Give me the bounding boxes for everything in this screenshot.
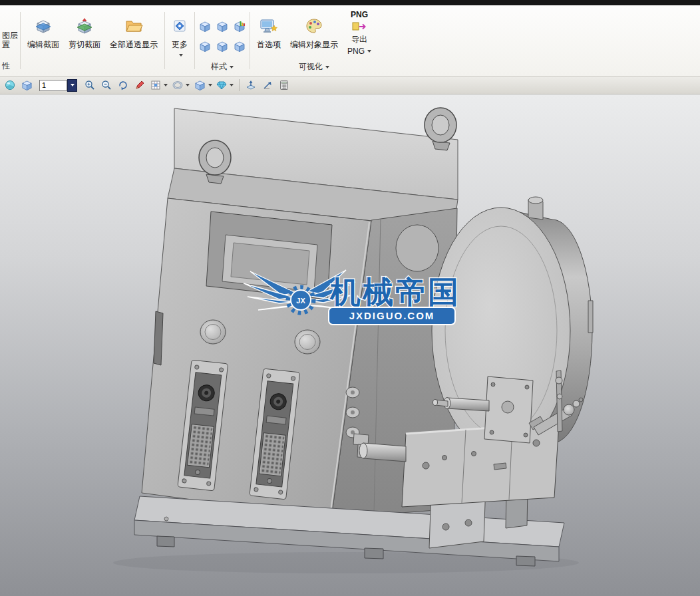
scale-input[interactable]	[39, 80, 67, 91]
drum-bracket	[484, 376, 533, 443]
rotate-view-icon[interactable]	[116, 78, 130, 92]
separator	[239, 79, 240, 91]
style-shaded-icon[interactable]	[198, 19, 212, 34]
style-face-edge-icon[interactable]	[232, 39, 247, 54]
export-png-button[interactable]: PNG 导出 PNG	[343, 7, 376, 56]
3d-viewport[interactable]: JX JXDIGUO.COM 机械帝国	[0, 94, 700, 596]
style-analysis-icon[interactable]	[232, 19, 247, 34]
clip-section-button[interactable]: 剪切截面	[64, 7, 105, 74]
style-group-label[interactable]: 样式	[211, 61, 234, 74]
preferences-button[interactable]: 首选项	[252, 7, 285, 51]
surface-torus-icon[interactable]	[171, 78, 191, 92]
side-port-hole	[396, 225, 438, 271]
datum-plane-icon[interactable]	[244, 78, 258, 92]
domain-text: JXDIGUO.COM	[349, 310, 435, 321]
material-gem-icon[interactable]	[215, 78, 235, 92]
visualization-group-label[interactable]: 可视化	[299, 61, 329, 74]
style-studio-icon[interactable]	[215, 39, 230, 54]
cad-scene: JX JXDIGUO.COM 机械帝国	[0, 94, 700, 596]
visualization-dropdown-caret	[325, 66, 329, 69]
edit-object-display-button[interactable]: 编辑对象显示	[285, 7, 343, 51]
gear-monogram: JX	[296, 297, 305, 305]
ribbon: 图层 置 性 编辑截面 剪切截面	[0, 5, 700, 76]
measure-calculator-icon[interactable]	[277, 78, 291, 92]
clipped-label-1: 图层	[2, 31, 18, 40]
solid-cube-icon[interactable]	[193, 78, 213, 92]
separator	[164, 12, 165, 69]
style-cube-grid	[197, 7, 248, 56]
view-toolbar	[0, 76, 700, 94]
show-all-translucent-button[interactable]: 全部通透显示	[105, 7, 162, 74]
grid-snap-icon[interactable]	[149, 78, 169, 92]
clipped-label-2: 置	[2, 40, 18, 49]
style-wireframe-icon[interactable]	[215, 19, 230, 34]
machine-model	[113, 108, 593, 573]
datum-axis-icon[interactable]	[260, 78, 275, 92]
brand-text: 机械帝国	[329, 275, 460, 309]
scale-combo	[39, 79, 77, 92]
style-dropdown-caret	[230, 66, 234, 69]
more-dropdown-caret	[179, 54, 183, 57]
main-block	[402, 423, 559, 507]
clipped-label-3: 性	[2, 61, 18, 74]
drum-side-pin	[588, 301, 593, 333]
separator	[250, 12, 250, 69]
clip-section-icon	[76, 16, 93, 36]
zoom-in-icon[interactable]	[83, 78, 97, 92]
png-filetype-label: PNG	[351, 10, 368, 19]
more-icon	[172, 16, 187, 36]
visualization-group: 首选项 编辑对象显示 PNG	[252, 7, 376, 74]
knob-right	[295, 330, 320, 354]
palette-icon	[305, 16, 323, 36]
clipped-panel: 图层 置 性	[0, 7, 18, 74]
edit-section-icon	[35, 16, 52, 36]
side-handle	[154, 311, 163, 365]
scale-dropdown-button[interactable]	[67, 79, 77, 92]
edit-section-button[interactable]: 编辑截面	[23, 7, 64, 74]
display-screen	[206, 212, 332, 299]
knob-left	[200, 320, 226, 344]
export-png-dropdown-caret	[367, 50, 371, 53]
view-sphere-icon[interactable]	[3, 78, 17, 92]
view-cube-icon[interactable]	[19, 78, 34, 92]
style-group: 样式	[197, 7, 248, 74]
more-button[interactable]: 更多	[167, 7, 192, 74]
sketch-pencil-icon[interactable]	[132, 78, 147, 92]
edge-fittings	[346, 387, 359, 438]
zoom-out-icon[interactable]	[99, 78, 114, 92]
preferences-monitor-icon	[260, 16, 278, 36]
style-hidden-edge-icon[interactable]	[198, 39, 212, 54]
translucent-folder-icon	[124, 16, 143, 36]
separator	[194, 12, 195, 69]
separator	[20, 12, 21, 69]
export-png-icon	[351, 21, 367, 33]
title-bar	[0, 0, 700, 5]
